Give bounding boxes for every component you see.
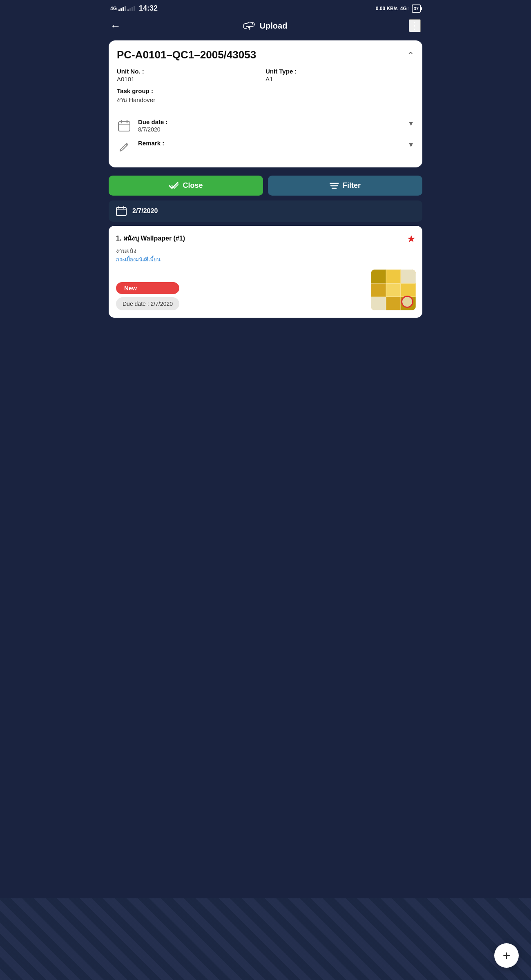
due-date-row: Due date : 8/7/2020 ▼	[117, 115, 414, 136]
remark-row: Remark : ▼	[117, 136, 414, 158]
filter-icon	[330, 182, 339, 189]
remark-chevron[interactable]: ▼	[408, 141, 414, 149]
network-type: 4G	[110, 6, 117, 11]
collapse-button[interactable]: ⌃	[407, 50, 414, 61]
close-button[interactable]: Close	[109, 176, 263, 196]
date-header-value: 2/7/2020	[132, 207, 158, 215]
status-right: 0.00 KB/s 4G↑ 37	[376, 4, 421, 13]
calendar-icon-header	[116, 206, 127, 216]
unit-no-group: Unit No. : A0101	[117, 68, 266, 82]
calendar-icon	[117, 118, 132, 133]
remark-label: Remark :	[138, 140, 401, 147]
task-bottom-left: New Due date : 2/7/2020	[116, 282, 179, 310]
tile-3	[401, 270, 416, 283]
time-display: 14:32	[139, 4, 158, 13]
task-bottom: New Due date : 2/7/2020	[116, 270, 416, 310]
tile-6	[401, 283, 416, 297]
checkmark-icon	[169, 182, 178, 190]
speed-display: 0.00 KB/s	[376, 6, 398, 11]
task-group-section: Task group : งาน Handover	[117, 87, 414, 105]
task-card: 1. ผนังบุ Wallpaper (#1) ★ งานผนัง กระเบ…	[109, 226, 422, 318]
card-divider	[117, 110, 414, 110]
task-due-date-label: Due date :	[123, 301, 149, 307]
status-left: 4G 14:32	[110, 4, 158, 13]
due-date-label: Due date :	[138, 118, 401, 125]
tile-4	[371, 283, 386, 297]
defect-mark	[401, 296, 413, 308]
status-bar: 4G 14:32 0.00 KB/s 4G↑ 37	[102, 0, 429, 16]
battery-level: 37	[414, 6, 419, 11]
date-header-bar: 2/7/2020	[109, 200, 422, 222]
background-pattern	[102, 898, 429, 980]
main-card: PC-A0101–QC1–2005/43053 ⌃ Unit No. : A01…	[109, 40, 422, 167]
filter-label: Filter	[343, 181, 361, 190]
task-due-date-badge: Due date : 2/7/2020	[116, 297, 179, 310]
task-link[interactable]: กระเบื้องผนังสีเพี้ยน	[116, 256, 161, 263]
unit-no-value: A0101	[117, 76, 266, 82]
unit-no-label: Unit No. :	[117, 68, 266, 75]
task-image	[371, 270, 416, 310]
more-button[interactable]: ⋮	[409, 19, 421, 32]
network-type-right: 4G↑	[400, 6, 409, 11]
svg-rect-0	[118, 122, 130, 131]
task-group-label: Task group :	[117, 87, 414, 94]
card-header: PC-A0101–QC1–2005/43053 ⌃	[117, 49, 414, 61]
tile-8	[386, 297, 401, 310]
task-card-header: 1. ผนังบุ Wallpaper (#1) ★	[116, 233, 416, 245]
battery-indicator: 37	[412, 4, 421, 13]
unit-type-group: Unit Type : A1	[266, 68, 414, 82]
tile-5	[386, 283, 401, 297]
tile-7	[371, 297, 386, 310]
card-fields: Unit No. : A0101 Unit Type : A1	[117, 68, 414, 84]
tile-1	[371, 270, 386, 283]
svg-line-4	[126, 144, 127, 145]
upload-label: Upload	[260, 21, 288, 31]
pencil-icon	[117, 140, 132, 154]
close-label: Close	[183, 181, 203, 190]
action-buttons: Close Filter	[109, 176, 422, 196]
back-button[interactable]: ←	[110, 20, 121, 32]
remark-content: Remark :	[138, 140, 401, 147]
due-date-value: 8/7/2020	[138, 126, 401, 133]
due-date-chevron[interactable]: ▼	[408, 120, 414, 127]
task-group-value: งาน Handover	[117, 95, 414, 105]
unit-type-value: A1	[266, 76, 414, 82]
tile-2	[386, 270, 401, 283]
app-bar: ← Upload ⋮	[102, 16, 429, 40]
star-icon[interactable]: ★	[407, 233, 416, 245]
card-title: PC-A0101–QC1–2005/43053	[117, 49, 256, 61]
due-date-content: Due date : 8/7/2020	[138, 118, 401, 133]
task-category: งานผนัง	[116, 246, 416, 255]
upload-button[interactable]: Upload	[243, 20, 288, 31]
unit-type-label: Unit Type :	[266, 68, 414, 75]
upload-icon	[243, 20, 256, 31]
signal-bars-secondary	[127, 6, 135, 11]
svg-rect-8	[116, 207, 126, 216]
filter-button[interactable]: Filter	[268, 176, 422, 196]
signal-bars-main	[118, 6, 126, 11]
task-title: 1. ผนังบุ Wallpaper (#1)	[116, 233, 407, 243]
task-due-date-value: 2/7/2020	[151, 301, 173, 307]
status-badge: New	[116, 282, 179, 294]
